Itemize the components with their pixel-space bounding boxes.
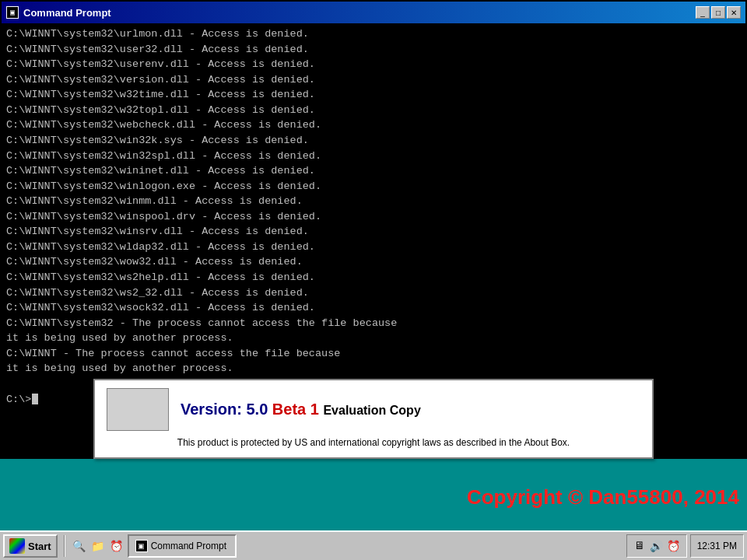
titlebar-title: Command Prompt [23, 7, 691, 19]
start-label: Start [28, 541, 51, 552]
terminal-line: C:\WINNT\system32\ws2help.dll - Access i… [6, 270, 741, 285]
about-top-row: Version: 5.0 Beta 1 Evaluation Copy [107, 388, 640, 431]
taskbar-app-button[interactable]: ▣ Command Prompt [128, 534, 237, 558]
terminal-prompt: C:\> [6, 392, 31, 408]
terminal-line: C:\WINNT\system32\urlmon.dll - Access is… [6, 26, 741, 42]
taskbar-clock: 12:31 PM [690, 534, 744, 558]
terminal-line: C:\WINNT\system32\user32.dll - Access is… [6, 42, 741, 58]
terminal-line: C:\WINNT\system32\win32spl.dll - Access … [6, 149, 741, 164]
terminal-line: C:\WINNT\system32\w32time.dll - Access i… [6, 87, 741, 103]
terminal-line: it is being used by another process. [6, 331, 741, 346]
cursor [32, 394, 38, 404]
beta-text: Beta 1 [272, 401, 319, 418]
quick-launch-icon-2[interactable]: 📁 [90, 538, 106, 554]
close-button[interactable]: ✕ [727, 6, 741, 19]
terminal-line: C:\WINNT\system32\wldap32.dll - Access i… [6, 240, 741, 255]
terminal-line: C:\WINNT\system32\version.dll - Access i… [6, 72, 741, 88]
eval-text: Evaluation Copy [323, 404, 420, 417]
about-logo [107, 388, 169, 431]
tray-network-icon: 🖥 [632, 538, 647, 554]
terminal-line: C:\WINNT - The process cannot access the… [6, 346, 741, 362]
tray-clock-icon: ⏰ [666, 538, 682, 554]
taskbar-divider [64, 535, 65, 557]
taskbar: Start 🔍 📁 ⏰ ▣ Command Prompt 🖥 🔊 ⏰ 12:31… [0, 530, 747, 560]
terminal-line: it is being used by another process. [6, 361, 741, 376]
titlebar-buttons: _ □ ✕ [696, 6, 741, 19]
quick-launch-icon-3[interactable]: ⏰ [109, 538, 124, 554]
quick-launch-icon-1[interactable]: 🔍 [72, 538, 87, 554]
start-button[interactable]: Start [3, 534, 58, 558]
maximize-button[interactable]: □ [711, 6, 725, 19]
tray-volume-icon: 🔊 [649, 538, 665, 554]
terminal-line: C:\WINNT\system32\win32k.sys - Access is… [6, 133, 741, 149]
watermark-text: Copyright © Dan55800, 2014 [467, 485, 739, 509]
about-version: Version: 5.0 Beta 1 Evaluation Copy [181, 401, 421, 418]
terminal-line: C:\WINNT\system32\winspool.drv - Access … [6, 209, 741, 225]
terminal-line: C:\WINNT\system32\wsock32.dll - Access i… [6, 300, 741, 316]
terminal-line: C:\WINNT\system32\winmm.dll - Access is … [6, 194, 741, 209]
terminal-line: C:\WINNT\system32\wow32.dll - Access is … [6, 254, 741, 270]
terminal-line: C:\WINNT\system32\userenv.dll - Access i… [6, 57, 741, 72]
taskbar-app-icon: ▣ [135, 540, 148, 552]
version-text: Version: 5.0 [181, 401, 272, 418]
system-tray: 🖥 🔊 ⏰ [626, 534, 687, 558]
taskbar-app-label: Command Prompt [151, 541, 226, 551]
about-content: Version: 5.0 Beta 1 Evaluation Copy This… [95, 380, 652, 457]
terminal-line: C:\WINNT\system32 - The process cannot a… [6, 316, 741, 331]
start-icon [9, 538, 25, 554]
about-copyright-text: This product is protected by US and inte… [177, 437, 570, 448]
terminal-line: C:\WINNT\system32\webcheck.dll - Access … [6, 117, 741, 133]
taskbar-quick-launch: 🔍 📁 ⏰ [72, 538, 124, 554]
terminal-line: C:\WINNT\system32\winlogon.exe - Access … [6, 179, 741, 194]
minimize-button[interactable]: _ [696, 6, 710, 19]
terminal-line: C:\WINNT\system32\winsrv.dll - Access is… [6, 224, 741, 240]
about-dialog: Version: 5.0 Beta 1 Evaluation Copy This… [93, 379, 654, 459]
titlebar-icon: ▣ [6, 6, 19, 19]
terminal-line: C:\WINNT\system32\ws2_32.dll - Access is… [6, 285, 741, 301]
titlebar: ▣ Command Prompt _ □ ✕ [2, 2, 745, 23]
terminal-line: C:\WINNT\system32\wininet.dll - Access i… [6, 163, 741, 179]
terminal-line: C:\WINNT\system32\w32topl.dll - Access i… [6, 103, 741, 118]
